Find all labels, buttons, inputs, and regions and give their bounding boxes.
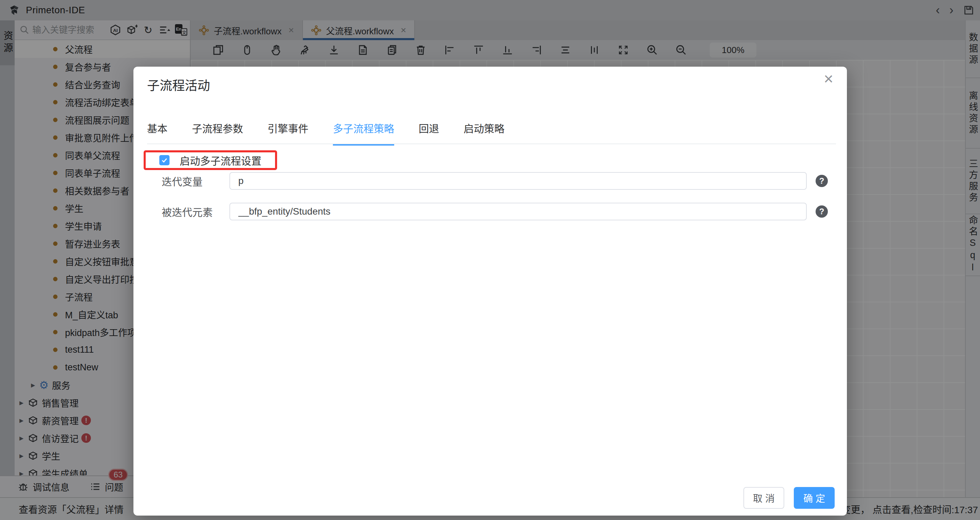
tab-basic[interactable]: 基本 xyxy=(147,120,167,146)
subprocess-activity-dialog: × 子流程活动 基本 子流程参数 引擎事件 多子流程策略 回退 启动策略 启动多… xyxy=(134,67,847,515)
tab-engine-events[interactable]: 引擎事件 xyxy=(267,120,309,146)
tab-multi-subprocess-strategy[interactable]: 多子流程策略 xyxy=(333,120,394,146)
ok-button[interactable]: 确 定 xyxy=(794,487,835,509)
field-row-iterated-element: 被迭代元素 ? xyxy=(162,202,828,221)
dialog-footer: 取 消 确 定 xyxy=(743,487,835,509)
tab-subprocess-params[interactable]: 子流程参数 xyxy=(192,120,243,146)
highlighted-checkbox-row: 启动多子流程设置 xyxy=(144,150,277,170)
enable-multi-subprocess-checkbox[interactable] xyxy=(159,155,170,165)
tabs-divider xyxy=(147,144,836,144)
dialog-tabs: 基本 子流程参数 引擎事件 多子流程策略 回退 启动策略 xyxy=(147,120,504,146)
field-label: 被迭代元素 xyxy=(162,204,229,219)
close-icon[interactable]: × xyxy=(824,71,833,87)
field-row-iteration-variable: 迭代变量 ? xyxy=(162,171,828,190)
help-icon[interactable]: ? xyxy=(816,175,828,187)
iteration-variable-input[interactable] xyxy=(229,172,807,190)
tab-rollback[interactable]: 回退 xyxy=(419,120,439,146)
help-icon[interactable]: ? xyxy=(816,205,828,218)
cancel-button[interactable]: 取 消 xyxy=(743,487,784,509)
iterated-element-input[interactable] xyxy=(229,203,807,220)
dialog-title: 子流程活动 xyxy=(147,76,210,94)
tab-start-strategy[interactable]: 启动策略 xyxy=(464,120,504,146)
field-label: 迭代变量 xyxy=(162,173,229,189)
checkbox-label: 启动多子流程设置 xyxy=(180,153,261,168)
